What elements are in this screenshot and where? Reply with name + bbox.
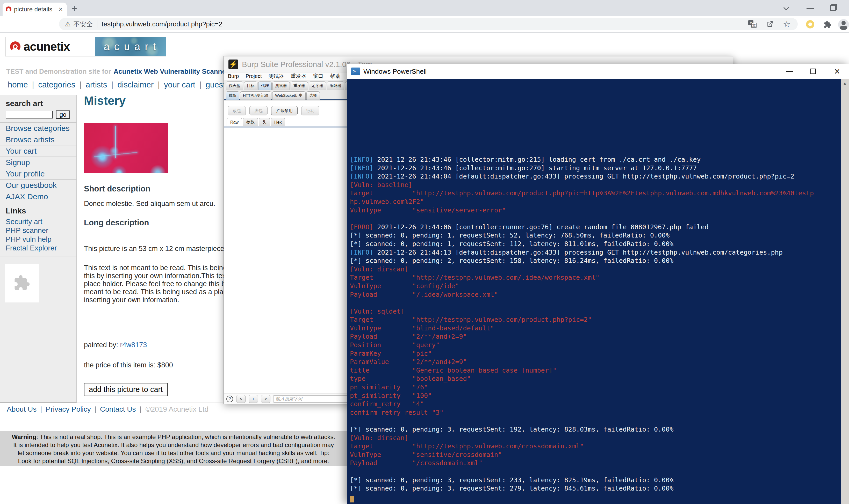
console-line: [*] scanned: 0, pending: 3, requestSent:… bbox=[350, 425, 814, 434]
burp-tab-[interactable]: 目标 bbox=[244, 82, 257, 90]
console-line: pt_similarity "100" bbox=[350, 392, 814, 400]
ps-minimize-button[interactable] bbox=[778, 64, 801, 79]
sidebar-item-your-cart[interactable]: Your cart bbox=[0, 145, 76, 157]
product-image[interactable] bbox=[84, 123, 168, 173]
search-input[interactable] bbox=[6, 111, 53, 119]
powershell-title-bar[interactable]: >_ Windows PowerShell × bbox=[347, 64, 849, 79]
burp-menu-[interactable]: 测试器 bbox=[268, 73, 284, 80]
search-next-button[interactable]: > bbox=[261, 395, 271, 403]
translate-icon[interactable]: A文 bbox=[748, 20, 757, 28]
burp-menu-burp[interactable]: Burp bbox=[228, 73, 239, 79]
burp-proxytab-[interactable]: 截断 bbox=[226, 91, 239, 100]
browser-tab[interactable]: picture details × bbox=[3, 3, 67, 16]
console-line: Target "http://testphp.vulnweb.com/produ… bbox=[350, 316, 814, 324]
burp-msgtab-[interactable]: 参数 bbox=[243, 118, 258, 126]
burp-msgtab-[interactable]: 头 bbox=[259, 118, 270, 126]
artist-link[interactable]: r4w8173 bbox=[120, 341, 147, 349]
share-icon[interactable] bbox=[766, 20, 774, 28]
link-security-art[interactable]: Security art bbox=[6, 217, 76, 226]
nav-your-cart[interactable]: your cart bbox=[164, 80, 195, 90]
footer-contact-us[interactable]: Contact Us bbox=[100, 405, 136, 413]
address-divider bbox=[97, 20, 98, 28]
new-tab-button[interactable]: + bbox=[71, 3, 77, 14]
powershell-console[interactable]: [INFO] 2021-12-26 21:43:46 [collector:mi… bbox=[347, 79, 849, 504]
painted-by-line: painted by: r4w8173 bbox=[84, 341, 147, 349]
warning-first-rest: : This is not a real shop. This is an ex… bbox=[36, 433, 335, 440]
burp-button-[interactable]: 拦截禁用 bbox=[271, 106, 298, 115]
burp-menu-project[interactable]: Project bbox=[245, 73, 262, 79]
console-line: [*] scanned: 0, pending: 1, requestSent:… bbox=[350, 240, 814, 248]
console-line: [*] scanned: 0, pending: 2, requestSent:… bbox=[350, 257, 814, 265]
burp-tab-[interactable]: 重发器 bbox=[291, 82, 308, 90]
burp-tab-[interactable]: 代理 bbox=[258, 82, 272, 90]
acunetix-logo[interactable]: acunetix acuart bbox=[5, 37, 166, 56]
separator: | bbox=[94, 405, 96, 413]
search-art-cell: search art go bbox=[0, 95, 76, 122]
address-bar[interactable]: ⚠ 不安全 testphp.vulnweb.com/product.php?pi… bbox=[59, 18, 798, 30]
go-button[interactable]: go bbox=[56, 110, 70, 119]
burp-tab-[interactable]: 定序器 bbox=[309, 82, 326, 90]
sidebar-item-browse-categories[interactable]: Browse categories bbox=[0, 122, 76, 134]
console-scrollbar[interactable]: ▲ bbox=[841, 79, 849, 504]
security-label[interactable]: 不安全 bbox=[73, 20, 93, 29]
sidebar-item-signup[interactable]: Signup bbox=[0, 157, 76, 168]
link-php-vuln-help[interactable]: PHP vuln help bbox=[6, 235, 76, 244]
bookmark-star-icon[interactable]: ☆ bbox=[783, 20, 791, 28]
scrollbar-up-icon[interactable]: ▲ bbox=[841, 79, 849, 87]
sidebar-item-our-guestbook[interactable]: Our guestbook bbox=[0, 179, 76, 191]
burp-msgtab-hex[interactable]: Hex bbox=[271, 118, 285, 126]
nav-artists[interactable]: artists bbox=[86, 80, 107, 90]
footer-privacy-policy[interactable]: Privacy Policy bbox=[46, 405, 91, 413]
sidebar-item-your-profile[interactable]: Your profile bbox=[0, 168, 76, 179]
console-line bbox=[350, 468, 814, 476]
extension-badge-icon[interactable] bbox=[806, 20, 814, 29]
burp-tab-[interactable]: 测试器 bbox=[273, 82, 290, 90]
screen: acunetix acuart TEST and Demonstration s… bbox=[0, 0, 849, 504]
search-prev-button[interactable]: < bbox=[236, 395, 245, 403]
console-line: Position "query" bbox=[350, 341, 814, 349]
browser-restore-button[interactable] bbox=[830, 4, 837, 11]
profile-avatar[interactable] bbox=[838, 19, 849, 30]
burp-menu-[interactable]: 帮助 bbox=[330, 73, 341, 80]
extensions-puzzle-icon[interactable] bbox=[824, 21, 831, 29]
burp-menu-[interactable]: 窗口 bbox=[313, 73, 324, 80]
tagline-scanner-link[interactable]: Acunetix Web Vulnerability Scanner bbox=[114, 68, 229, 75]
footer-about-us[interactable]: About Us bbox=[7, 405, 36, 413]
burp-button-[interactable]: 行动 bbox=[301, 106, 319, 115]
url-text[interactable]: testphp.vulnweb.com/product.php?pic=2 bbox=[102, 20, 222, 28]
console-line: ParamKey "pic" bbox=[350, 349, 814, 358]
console-line: [Vuln: baseline] bbox=[350, 181, 814, 190]
burp-proxytab-[interactable]: 选项 bbox=[307, 91, 320, 100]
sidebar-links: Security artPHP scannerPHP vuln helpFrac… bbox=[6, 217, 76, 253]
footer: About Us|Privacy Policy|Contact Us| ©201… bbox=[6, 405, 208, 413]
burp-button-[interactable]: 废包 bbox=[249, 106, 267, 115]
sidebar-item-browse-artists[interactable]: Browse artists bbox=[0, 134, 76, 145]
warning-line: It is intended to help you test Acunetix… bbox=[4, 441, 343, 449]
burp-message-tabs: Raw参数头Hex bbox=[227, 118, 285, 126]
burp-proxytab-http[interactable]: HTTP历史记录 bbox=[240, 91, 272, 100]
console-line: [INFO] 2021-12-26 21:44:13 [default:disp… bbox=[350, 248, 814, 257]
add-to-cart-button[interactable]: add this picture to cart bbox=[84, 383, 168, 396]
nav-categories[interactable]: categories bbox=[38, 80, 75, 90]
separator: | bbox=[140, 405, 141, 413]
browser-minimize-button[interactable] bbox=[807, 8, 814, 9]
separator: | bbox=[111, 80, 113, 90]
ps-maximize-button[interactable] bbox=[801, 64, 825, 79]
tab-close-icon[interactable]: × bbox=[57, 6, 64, 13]
link-php-scanner[interactable]: PHP scanner bbox=[6, 226, 76, 235]
nav-disclaimer[interactable]: disclaimer bbox=[117, 80, 154, 90]
ps-close-button[interactable]: × bbox=[825, 64, 849, 79]
search-add-button[interactable]: + bbox=[249, 395, 258, 403]
burp-button-[interactable]: 放包 bbox=[228, 106, 246, 115]
burp-tab-[interactable]: 仪表盘 bbox=[226, 82, 243, 90]
burp-msgtab-raw[interactable]: Raw bbox=[227, 118, 242, 126]
burp-proxytab-websocket[interactable]: WebSocket历史 bbox=[272, 91, 305, 100]
burp-menu-[interactable]: 重发器 bbox=[291, 73, 307, 80]
burp-app-icon: ⚡ bbox=[228, 59, 238, 69]
help-icon[interactable]: ? bbox=[226, 396, 233, 402]
console-cursor bbox=[350, 496, 354, 502]
burp-tab-[interactable]: 编码器 bbox=[327, 82, 344, 90]
sidebar-item-ajax-demo[interactable]: AJAX Demo bbox=[0, 191, 76, 202]
link-fractal-explorer[interactable]: Fractal Explorer bbox=[6, 244, 76, 253]
nav-home[interactable]: home bbox=[8, 80, 28, 90]
